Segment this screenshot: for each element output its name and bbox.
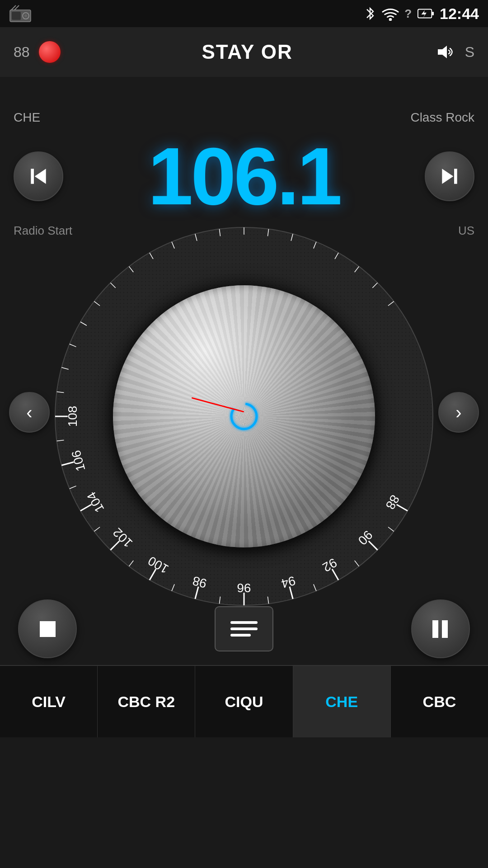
svg-text:96: 96	[237, 581, 251, 595]
station-item-che[interactable]: CHE	[293, 666, 391, 737]
svg-rect-79	[442, 620, 448, 638]
top-right-group: S	[434, 43, 474, 61]
svg-rect-8	[432, 12, 434, 15]
svg-marker-11	[35, 169, 46, 184]
region-label: US	[458, 224, 474, 238]
question-icon: ?	[404, 7, 412, 21]
nav-right-button[interactable]: ›	[438, 392, 479, 433]
svg-rect-12	[31, 169, 34, 184]
svg-rect-1	[12, 12, 21, 20]
top-left-group: 88	[14, 41, 61, 63]
status-bar: ? 12:44	[0, 0, 488, 27]
dial-area: ‹ ›	[0, 240, 488, 593]
station-title: STAY OR	[202, 41, 292, 63]
dial-container: 88 90 92 94 96 98 1	[50, 245, 438, 588]
status-left	[9, 5, 32, 23]
radio-app-icon	[9, 5, 32, 23]
pause-icon	[428, 617, 453, 642]
menu-lines-icon	[230, 621, 258, 637]
wifi-icon	[382, 6, 399, 21]
tuning-knob[interactable]	[113, 285, 375, 547]
freq-small-label: 88	[14, 44, 30, 61]
svg-text:108: 108	[66, 406, 80, 427]
svg-point-6	[389, 19, 391, 20]
svg-rect-77	[40, 621, 56, 637]
menu-button[interactable]	[215, 606, 273, 651]
station-name-label: CHE	[14, 110, 40, 125]
record-button[interactable]	[39, 41, 61, 63]
menu-line-3	[230, 634, 251, 637]
svg-point-3	[24, 14, 27, 17]
frequency-number: 106.1	[148, 136, 340, 217]
station-item-cbc-r2[interactable]: CBC R2	[98, 666, 195, 737]
scroll-text-content: I STAY OR SHOULD I GO BY THE CLASH ON CH…	[0, 83, 488, 98]
stop-icon	[35, 617, 60, 642]
power-icon	[226, 398, 262, 434]
svg-marker-9	[422, 10, 427, 18]
station-item-cilv[interactable]: CILV	[0, 666, 98, 737]
station-item-ciqu[interactable]: CIQU	[195, 666, 293, 737]
scroll-text-bar: I STAY OR SHOULD I GO BY THE CLASH ON CH…	[0, 77, 488, 104]
menu-line-1	[230, 621, 258, 624]
genre-label: Class Rock	[410, 110, 474, 125]
svg-marker-13	[442, 169, 453, 184]
svg-rect-78	[432, 620, 438, 638]
svg-rect-14	[454, 169, 457, 184]
next-station-button[interactable]	[425, 151, 474, 201]
battery-icon	[417, 6, 434, 21]
top-s-label: S	[465, 44, 474, 61]
svg-marker-10	[438, 46, 447, 58]
station-item-cbc[interactable]: CBC	[391, 666, 488, 737]
frequency-display: 106.1	[0, 131, 488, 222]
clock: 12:44	[440, 5, 479, 23]
station-list: CILV CBC R2 CIQU CHE CBC	[0, 665, 488, 737]
prev-station-button[interactable]	[14, 151, 63, 201]
top-bar: 88 STAY OR S	[0, 27, 488, 77]
nav-left-button[interactable]: ‹	[9, 392, 50, 433]
status-right: ? 12:44	[364, 5, 479, 23]
bluetooth-icon	[364, 5, 376, 22]
volume-icon[interactable]	[434, 43, 456, 61]
menu-line-2	[230, 627, 258, 630]
station-info-row: CHE Class Rock	[0, 104, 488, 131]
